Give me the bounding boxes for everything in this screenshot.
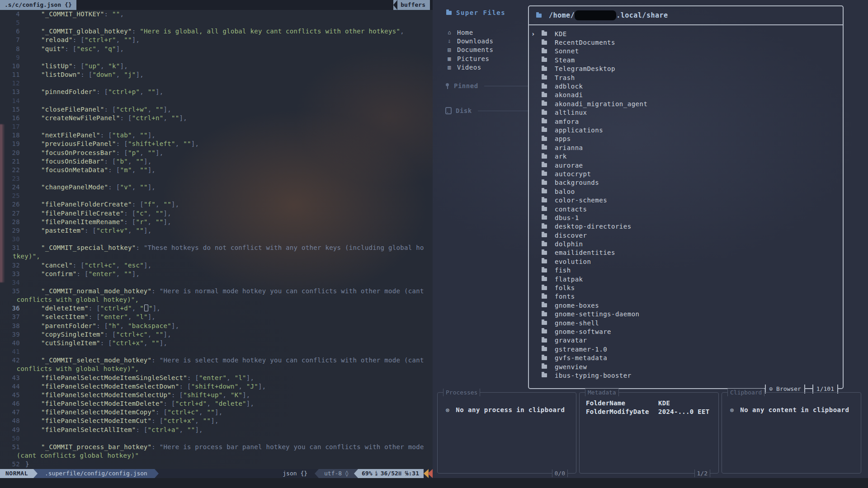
- file-entry[interactable]: apps: [529, 135, 843, 143]
- file-panel[interactable]: /home/.local/share ›KDERecentDocumentsSo…: [528, 5, 844, 389]
- file-entry[interactable]: ›KDE: [529, 29, 843, 38]
- editor-line[interactable]: 16 "createNewFilePanel": ["ctrl+n", ""],: [0, 114, 433, 122]
- file-entry[interactable]: TelegramDesktop: [529, 65, 843, 73]
- file-entry[interactable]: gravatar: [529, 336, 843, 345]
- editor-line[interactable]: 39 "copySingleItem": ["ctrl+c", ""],: [0, 330, 433, 339]
- file-entry[interactable]: akonadi_migration_agent: [529, 99, 843, 108]
- editor-line[interactable]: 52}: [0, 460, 433, 469]
- editor-line[interactable]: 25: [0, 192, 433, 200]
- editor-line[interactable]: 4 "_COMMIT_HOTKEY": "",: [0, 10, 433, 19]
- editor-line[interactable]: 51 "_COMMIT_process_bar_hotkey": "Here i…: [0, 443, 433, 451]
- editor-line[interactable]: 15 "closeFilePanel": ["ctrl+w", ""],: [0, 105, 433, 114]
- editor-line[interactable]: 19 "previousFilePanel": ["shift+left", "…: [0, 140, 433, 148]
- file-entry[interactable]: adblock: [529, 82, 843, 90]
- editor-line[interactable]: 45 "filePanelSelectModeItemSelectUp": ["…: [0, 391, 433, 399]
- file-entry[interactable]: gvfs-metadata: [529, 353, 843, 362]
- editor-line[interactable]: 46 "filePanelSelectModeItemDelete": ["ct…: [0, 399, 433, 408]
- file-entry[interactable]: arianna: [529, 143, 843, 152]
- editor-line[interactable]: 27 "filePanelFileCreate": ["c", ""],: [0, 209, 433, 218]
- editor-line[interactable]: 22 "focusOnMetaData": ["m", ""],: [0, 166, 433, 174]
- editor-line[interactable]: 5: [0, 19, 433, 27]
- metadata-panel[interactable]: Metadata FolderNameKDEFolderModifyDate20…: [579, 392, 719, 474]
- editor-line[interactable]: 12: [0, 79, 433, 88]
- editor-line[interactable]: 37 "selectItem": ["enter", "l"],: [0, 313, 433, 321]
- file-entry[interactable]: fish: [529, 266, 843, 275]
- editor-line[interactable]: 26 "filePanelFolderCreate": ["f", ""],: [0, 200, 433, 209]
- editor-line[interactable]: 32 "cancel": ["ctrl+c", "esc"],: [0, 261, 433, 270]
- file-entry[interactable]: flatpak: [529, 275, 843, 283]
- code-area[interactable]: 4 "_COMMIT_HOTKEY": "",56 "_COMMIT_globa…: [0, 10, 433, 469]
- clipboard-panel[interactable]: Clipboard ⊗ No any content in clipboard: [722, 392, 861, 474]
- editor-line[interactable]: 24 "changePanelMode": ["v", ""],: [0, 183, 433, 192]
- editor-line[interactable]: 8 "quit": ["esc", "q"],: [0, 45, 433, 53]
- editor-line[interactable]: 9: [0, 53, 433, 62]
- file-entry[interactable]: gstreamer-1.0: [529, 345, 843, 353]
- file-entry[interactable]: aurorae: [529, 161, 843, 169]
- editor-line[interactable]: 23: [0, 174, 433, 183]
- tab-config-json[interactable]: .s/c/config.json {}: [0, 0, 76, 10]
- file-entry[interactable]: Sonnet: [529, 47, 843, 56]
- file-entry[interactable]: gnome-boxes: [529, 301, 843, 310]
- editor-line[interactable]: 43 "filePanelSelectModeItemSingleSelect"…: [0, 374, 433, 382]
- file-entry[interactable]: evolution: [529, 257, 843, 266]
- editor-line[interactable]: 42 "_COMMIT_select_mode_hotkey": "Here i…: [0, 356, 433, 365]
- editor-line[interactable]: 14: [0, 97, 433, 105]
- file-entry[interactable]: folks: [529, 283, 843, 292]
- sidebar-item-pictures[interactable]: ▦Pictures: [440, 54, 528, 63]
- editor-line[interactable]: 13 "pinnedFolder": ["ctrl+p", ""],: [0, 88, 433, 96]
- file-entry[interactable]: RecentDocuments: [529, 38, 843, 47]
- editor-line[interactable]: 44 "filePanelSelectModeItemSelectDown": …: [0, 382, 433, 391]
- file-entry[interactable]: ark: [529, 152, 843, 160]
- editor-line[interactable]: 33 "confirm": ["enter", ""],: [0, 270, 433, 278]
- file-entry[interactable]: color-schemes: [529, 196, 843, 204]
- file-entry[interactable]: dolphin: [529, 239, 843, 248]
- file-entry[interactable]: Steam: [529, 56, 843, 64]
- file-entry[interactable]: baloo: [529, 187, 843, 196]
- editor-line[interactable]: 6 "_COMMIT_global_hotkey": "Here is glob…: [0, 27, 433, 36]
- file-entry[interactable]: dbus-1: [529, 213, 843, 222]
- editor-line[interactable]: 11 "listDown": ["down", "j"],: [0, 70, 433, 79]
- file-entry[interactable]: gnome-software: [529, 327, 843, 336]
- editor-line[interactable]: tkey)",: [0, 252, 433, 261]
- editor-line[interactable]: 41: [0, 347, 433, 356]
- sidebar-item-videos[interactable]: ▥Videos: [440, 63, 528, 71]
- file-entry[interactable]: gnome-shell: [529, 319, 843, 327]
- editor-line[interactable]: 30: [0, 235, 433, 244]
- processes-panel[interactable]: Processes ⊗ No any process in clipboard …: [437, 392, 576, 474]
- file-entry[interactable]: amfora: [529, 117, 843, 126]
- file-entry[interactable]: gnome-settings-daemon: [529, 310, 843, 319]
- file-entry[interactable]: Trash: [529, 73, 843, 82]
- editor-line[interactable]: 35 "_COMMIT_normal_mode_hotkey": "Here i…: [0, 287, 433, 296]
- editor-line[interactable]: 21 "focusOnSideBar": ["b", ""],: [0, 157, 433, 166]
- editor-line[interactable]: 28 "filePanelItemRename": ["r", ""],: [0, 218, 433, 226]
- editor-line[interactable]: 50: [0, 434, 433, 443]
- editor-line[interactable]: 18 "nextFilePanel": ["tab", ""],: [0, 131, 433, 140]
- editor-line[interactable]: conflicts with global hotkey)",: [0, 296, 433, 304]
- editor-line[interactable]: 31 "_COMMIT_special_hotkey": "These hotk…: [0, 244, 433, 252]
- editor-line[interactable]: 10 "listUp": ["up", "k"],: [0, 62, 433, 70]
- file-entry[interactable]: ibus-typing-booster: [529, 371, 843, 380]
- sidebar-item-documents[interactable]: ▤Documents: [440, 46, 528, 54]
- editor-line[interactable]: 49 "filePanelSelectAllItem": ["ctrl+a", …: [0, 426, 433, 434]
- sidebar-item-downloads[interactable]: ⇩Downloads: [440, 37, 528, 45]
- editor-line[interactable]: 48 "filePanelSelectModeItemCut": ["ctrl+…: [0, 417, 433, 425]
- editor-line[interactable]: 36 "deleteItem": ["ctrl+d", ""],: [0, 304, 433, 313]
- file-entry[interactable]: altlinux: [529, 108, 843, 117]
- editor-line[interactable]: 38 "parentFolder": ["h", "backspace"],: [0, 322, 433, 330]
- file-entry[interactable]: gwenview: [529, 362, 843, 371]
- editor-line[interactable]: 7 "reload": ["ctrl+r", ""],: [0, 36, 433, 44]
- editor-line[interactable]: 40 "cutSingleItem": ["ctrl+x", ""],: [0, 339, 433, 347]
- editor-line[interactable]: 47 "filePanelSelectModeItemCopy": ["ctrl…: [0, 408, 433, 417]
- editor-line[interactable]: 29 "pasteItem": ["ctrl+v", ""],: [0, 226, 433, 235]
- file-entry[interactable]: emailidentities: [529, 249, 843, 257]
- file-entry[interactable]: backgrounds: [529, 178, 843, 187]
- file-entry[interactable]: desktop-directories: [529, 222, 843, 231]
- file-entry[interactable]: fonts: [529, 292, 843, 301]
- file-entry[interactable]: discover: [529, 231, 843, 239]
- editor-line[interactable]: conflicts with global hotkey)",: [0, 365, 433, 373]
- file-entry[interactable]: applications: [529, 126, 843, 134]
- file-entry[interactable]: akonadi: [529, 91, 843, 99]
- editor-line[interactable]: 34: [0, 278, 433, 287]
- editor-line[interactable]: 20 "focusOnProcessBar": ["p", ""],: [0, 149, 433, 157]
- editor-line[interactable]: 17: [0, 122, 433, 131]
